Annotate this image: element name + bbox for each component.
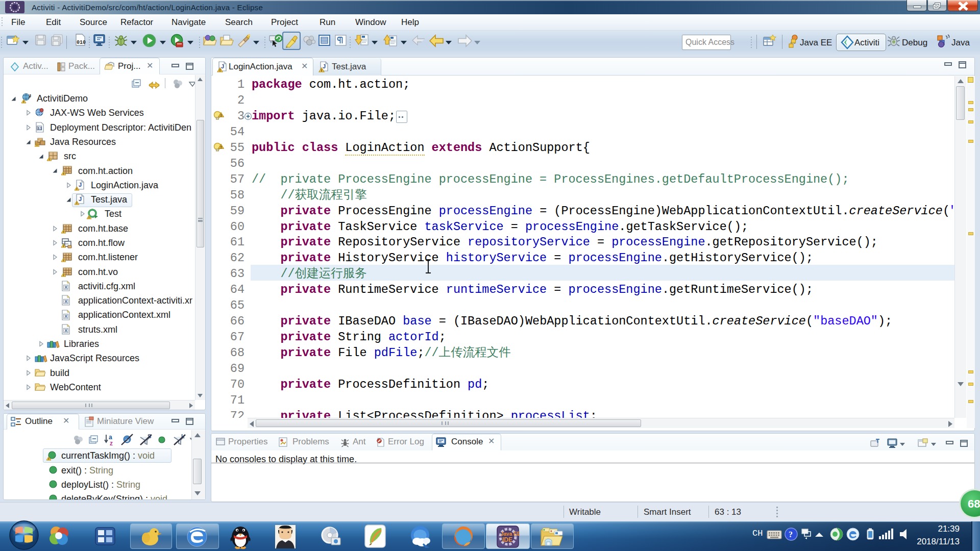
svg-text:J: J (221, 63, 224, 69)
svg-text:X: X (64, 285, 67, 290)
svg-text:?: ? (789, 530, 793, 539)
svg-text:J: J (79, 182, 82, 188)
svg-text:010: 010 (77, 40, 86, 45)
svg-text:X: X (64, 314, 67, 319)
svg-text:J: J (79, 196, 82, 202)
svg-text:3.1: 3.1 (37, 127, 42, 130)
svg-text:X: X (64, 328, 67, 333)
svg-text:J: J (323, 63, 326, 69)
svg-text:J: J (29, 93, 31, 98)
svg-text:X: X (64, 299, 67, 304)
svg-text:z: z (110, 440, 113, 446)
svg-text:IDE: IDE (502, 536, 512, 543)
